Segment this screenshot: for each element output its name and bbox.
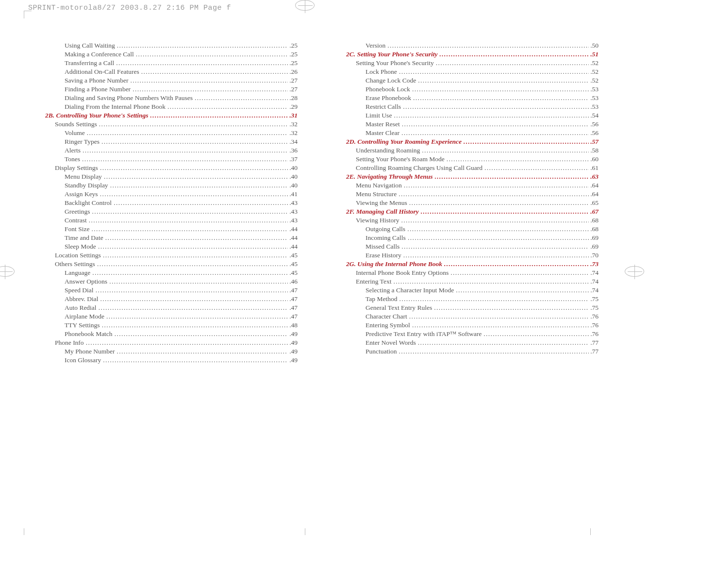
toc-row: General Text Entry Rules.75 [366,304,599,311]
toc-row: Incoming Calls.69 [366,235,599,241]
toc-title: Controlling Roaming Charges Using Call G… [356,165,484,171]
toc-leader [412,86,589,91]
toc-page: .69 [589,243,599,250]
toc-row: Restrict Calls.53 [366,103,599,110]
toc-row: My Phone Number.49 [65,348,298,355]
toc-page: .47 [288,287,298,294]
toc-leader [483,331,589,336]
toc-title: Time and Date [65,235,105,241]
toc-title: Limit Use [366,112,394,119]
toc-page: .56 [589,130,599,136]
toc-leader [409,313,589,319]
toc-row: Punctuation.77 [366,348,599,355]
toc-page: .61 [589,165,599,171]
toc-page: .63 [589,173,599,180]
toc-leader [117,42,288,48]
toc-leader [484,165,589,170]
toc-leader [100,296,288,301]
toc-page: .76 [589,322,599,329]
toc-leader [103,252,288,257]
toc-leader [89,217,288,222]
toc-page: .44 [288,226,298,233]
toc-title: Master Clear [366,130,401,136]
toc-title: Speed Dial [65,287,96,294]
toc-row: Controlling Roaming Charges Using Call G… [356,165,599,171]
toc-leader [87,130,288,135]
toc-leader [393,278,589,284]
toc-title: Auto Redial [65,304,99,311]
toc-page: .25 [288,51,298,58]
toc-leader [399,296,589,301]
toc-row: Dialing and Saving Phone Numbers With Pa… [65,95,298,101]
toc-title: Erase History [366,252,403,259]
toc-row: Change Lock Code.52 [366,77,599,84]
toc-page: .52 [589,68,599,75]
toc-leader [96,287,288,292]
toc-row: Dialing From the Internal Phone Book.29 [65,103,298,110]
toc-leader [434,304,589,310]
toc-row: Setting Your Phone's Roam Mode.60 [356,156,599,163]
toc-row: Enter Novel Words.77 [366,339,599,346]
crop-mark-bottomleft [24,528,24,535]
toc-row: Location Settings.45 [55,252,298,259]
toc-title: Sleep Mode [65,243,98,250]
toc-row: Master Clear.56 [366,130,599,136]
toc-title: Making a Conference Call [65,51,136,58]
toc-leader [439,51,589,56]
toc-column-left: Using Call Waiting.25Making a Conference… [45,40,298,366]
toc-title: Sounds Settings [55,121,99,128]
toc-page: .43 [288,217,298,224]
toc-leader [133,86,288,91]
registration-mark-right [625,266,644,279]
toc-row: Character Chart.76 [366,313,599,320]
toc-page: .40 [288,182,298,189]
registration-mark-top [295,0,315,13]
toc-title: Phonebook Match [65,331,115,337]
toc-page: .76 [589,331,599,337]
toc-row: Entering Symbol.76 [366,322,599,329]
toc-title: Tap Method [366,296,399,302]
toc-leader [447,156,589,161]
toc-title: Outgoing Calls [366,226,407,233]
toc-title: Change Lock Code [366,77,418,84]
toc-title: General Text Entry Rules [366,304,434,311]
toc-row: Setting Your Phone's Security.52 [356,60,599,67]
toc-page: .40 [288,165,298,171]
toc-leader [100,165,288,170]
toc-page: .74 [589,269,599,276]
toc-leader [401,243,589,249]
toc-leader [115,331,288,336]
toc-title: Master Reset [366,121,402,128]
toc-title: Answer Options [65,278,109,285]
toc-title: 2C. Setting Your Phone's Security [346,51,439,58]
toc-leader [91,226,288,231]
toc-title: Dialing and Saving Phone Numbers With Pa… [65,95,195,101]
toc-title: Contrast [65,217,89,224]
toc-page: .77 [589,348,599,355]
toc-leader [422,147,589,152]
print-meta-line: SPRINT-motorola8/27 2003.8.27 2:16 PM Pa… [28,4,231,12]
toc-page: .74 [589,287,599,294]
toc-leader [409,200,589,205]
toc-row: Outgoing Calls.68 [366,226,599,233]
toc-title: Character Chart [366,313,409,320]
registration-mark-left [0,266,15,279]
toc-title: Ringer Types [65,138,101,145]
toc-leader [418,77,589,83]
toc-title: Version [366,42,387,49]
toc-title: Enter Novel Words [366,339,418,346]
toc-page: .47 [288,313,298,320]
toc-row: Viewing History.68 [356,217,599,224]
toc-row: 2E. Navigating Through Menus.63 [346,173,599,180]
toc-page: .49 [288,331,298,337]
toc-row: Backlight Control.43 [65,200,298,206]
toc-page: .32 [288,130,298,136]
toc-row: Tones.37 [65,156,298,163]
toc-row: 2F. Managing Call History.67 [346,208,599,215]
toc-title: Phonebook Lock [366,86,412,93]
toc-page: .27 [288,77,298,84]
toc-page: .60 [589,156,599,163]
toc-leader [83,147,288,152]
toc-leader [401,130,589,135]
toc-title: Restrict Calls [366,103,403,110]
